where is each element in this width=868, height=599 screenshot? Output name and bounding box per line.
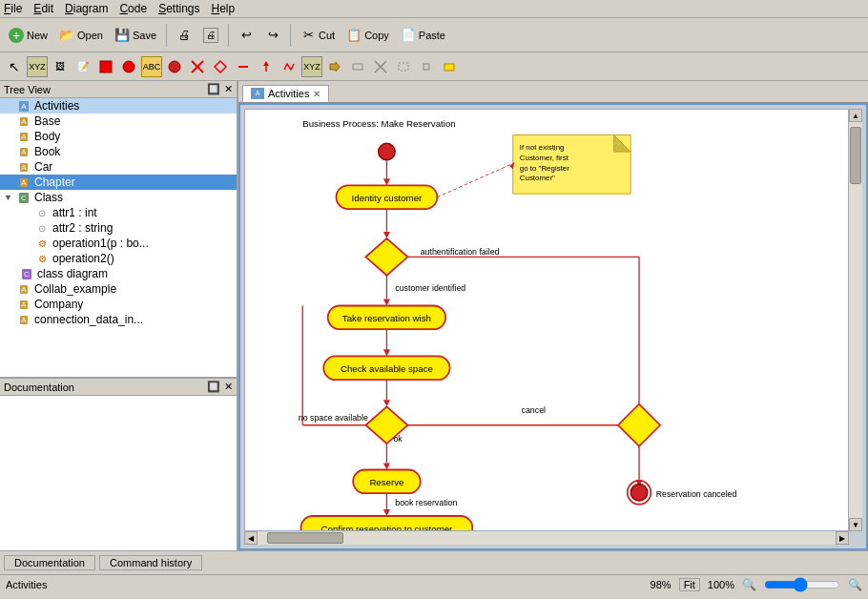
menu-edit[interactable]: Edit — [33, 2, 53, 15]
fit-button[interactable]: Fit — [679, 578, 700, 591]
menu-help[interactable]: Help — [212, 2, 236, 15]
tree-item-chapter[interactable]: A Chapter — [0, 175, 237, 190]
canvas-wrapper: Business Process: Make Reservation If no… — [238, 103, 868, 550]
auth-diamond[interactable] — [365, 238, 407, 276]
tree-item-activities[interactable]: A Activities — [0, 98, 237, 114]
cancel-diamond[interactable] — [618, 404, 660, 446]
tree-item-classdiagram[interactable]: C class diagram — [0, 266, 237, 281]
rect-tool[interactable] — [95, 56, 116, 77]
canvas[interactable]: Business Process: Make Reservation If no… — [244, 109, 849, 531]
reserve-node[interactable]: Reserve — [353, 469, 421, 493]
dotted-rect-tool[interactable] — [393, 56, 414, 77]
tree-close[interactable]: ✕ — [224, 83, 233, 95]
check-space-node[interactable]: Check available space — [323, 356, 449, 380]
confirm-reservation-node[interactable]: Confirm reservation to customer — [300, 516, 472, 530]
tree-item-op2[interactable]: ⚙ operation2() — [0, 251, 237, 266]
svg-marker-36 — [383, 463, 390, 469]
tree-item-base[interactable]: A Base — [0, 114, 237, 129]
undo-button[interactable]: ↩ — [234, 25, 258, 46]
svg-text:Customer, first: Customer, first — [520, 154, 569, 162]
tree-view: Tree View 🔲 ✕ A Activities A Base — [0, 81, 237, 379]
yellow-rect-tool[interactable] — [439, 56, 460, 77]
cancel-label: cancel — [522, 405, 547, 415]
print-button[interactable]: 🖨 — [172, 25, 196, 46]
bottom-tab-documentation[interactable]: Documentation — [4, 555, 95, 570]
take-reservation-node[interactable]: Take reservation wish — [328, 306, 445, 330]
menu-diagram[interactable]: Diagram — [65, 2, 108, 15]
zoom-pct: 98% — [651, 579, 672, 590]
hscroll-right[interactable]: ▶ — [836, 531, 849, 545]
paste-button[interactable]: 📄 Paste — [396, 25, 450, 46]
line-tool[interactable] — [233, 56, 254, 77]
tab-activities[interactable]: A Activities ✕ — [242, 85, 329, 102]
bottom-tab-command-history[interactable]: Command history — [99, 555, 202, 570]
note-tool[interactable]: 📝 — [72, 56, 93, 77]
zoom-out-icon[interactable]: 🔍 — [742, 578, 756, 591]
arrow-up-tool[interactable] — [256, 56, 277, 77]
doc-close[interactable]: ✕ — [224, 381, 233, 393]
diagram-svg: Business Process: Make Reservation If no… — [245, 110, 848, 530]
tree-item-connection[interactable]: A connection_data_in... — [0, 312, 237, 327]
start-node[interactable] — [379, 143, 396, 160]
rect2-tool[interactable] — [347, 56, 368, 77]
vscroll-down[interactable]: ▼ — [849, 518, 862, 531]
tree-item-body[interactable]: A Body — [0, 129, 237, 144]
tree-item-attr1[interactable]: ⊙ attr1 : int — [0, 205, 237, 220]
customer-id-label: customer identified — [395, 283, 465, 293]
hscroll-left[interactable]: ◀ — [244, 531, 258, 545]
menu-settings[interactable]: Settings — [158, 2, 199, 15]
tab-activities-close[interactable]: ✕ — [313, 89, 320, 99]
tree-item-op1[interactable]: ⚙ operation1(p : bo... — [0, 236, 237, 251]
small-rect-tool[interactable] — [416, 56, 437, 77]
chapter-icon: A — [16, 176, 31, 189]
vscroll-up[interactable]: ▲ — [849, 109, 862, 122]
vscroll-thumb[interactable] — [850, 127, 861, 184]
tree-item-book[interactable]: A Book — [0, 144, 237, 159]
print2-button[interactable]: 🖨 — [198, 25, 223, 46]
image-tool[interactable]: 🖼 — [50, 56, 71, 77]
xyz2-tool[interactable]: XYZ — [301, 56, 322, 77]
open-button[interactable]: 📂 Open — [54, 25, 108, 46]
tree-item-car[interactable]: A Car — [0, 159, 237, 175]
tree-minimize[interactable]: 🔲 — [207, 83, 220, 95]
copy-button[interactable]: 📋 Copy — [341, 25, 394, 46]
circle2-tool[interactable] — [164, 56, 185, 77]
doc-minimize[interactable]: 🔲 — [207, 381, 220, 393]
arrow-right-tool[interactable] — [324, 56, 345, 77]
identity-customer-node[interactable]: Identity customer — [337, 185, 438, 209]
circle-tool[interactable] — [118, 56, 139, 77]
cut-button[interactable]: ✂ Cut — [296, 25, 340, 46]
end-node-right[interactable] — [630, 484, 648, 501]
new-button[interactable]: + New — [4, 25, 52, 46]
save-button[interactable]: 💾 Save — [110, 25, 161, 46]
select-tool[interactable]: ↖ — [4, 56, 25, 77]
tree-item-collab[interactable]: A Collab_example — [0, 281, 237, 297]
x-tool[interactable] — [187, 56, 208, 77]
diamond-tool[interactable] — [210, 56, 231, 77]
abc-tool[interactable]: ABC — [141, 56, 162, 77]
x2-tool[interactable] — [370, 56, 391, 77]
right-inner: Business Process: Make Reservation If no… — [238, 103, 868, 550]
hscroll-thumb[interactable] — [267, 532, 343, 544]
menu-code[interactable]: Code — [119, 2, 147, 15]
redo-button[interactable]: ↪ — [260, 25, 285, 46]
menu-file[interactable]: File — [4, 2, 22, 15]
tree-item-company[interactable]: A Company — [0, 297, 237, 312]
svg-text:go to "Register: go to "Register — [520, 164, 569, 173]
svg-text:If not existing: If not existing — [520, 143, 565, 152]
base-icon: A — [16, 114, 31, 128]
menubar: File Edit Diagram Code Settings Help — [0, 0, 868, 18]
tree-item-class[interactable]: ▼ C Class — [0, 190, 237, 205]
svg-marker-22 — [383, 178, 390, 185]
status-right: 98% Fit 100% 🔍 🔍 — [651, 577, 862, 592]
zoom-slider[interactable] — [764, 577, 840, 592]
svg-rect-0 — [100, 61, 112, 72]
sticky-note[interactable]: If not existing Customer, first go to "R… — [513, 134, 630, 194]
zoom-in-icon[interactable]: 🔍 — [848, 578, 862, 591]
body-icon: A — [16, 130, 31, 143]
svg-text:Identity customer: Identity customer — [352, 193, 424, 203]
xyz-label-tool[interactable]: XYZ — [27, 56, 48, 77]
tree-item-attr2[interactable]: ⊙ attr2 : string — [0, 220, 237, 236]
zigzag-tool[interactable] — [279, 56, 300, 77]
svg-point-2 — [169, 61, 180, 72]
